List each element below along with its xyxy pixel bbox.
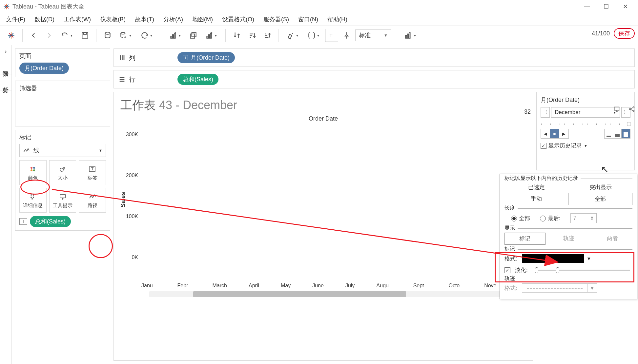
speed-fast-button[interactable] (622, 129, 630, 138)
speed-med-button[interactable] (613, 129, 622, 138)
window-close-button[interactable]: ✕ (616, 0, 635, 13)
marks-color-cell[interactable]: 颜色 (19, 160, 47, 185)
new-worksheet-button[interactable]: ▼ (166, 29, 185, 42)
history-fade-slider[interactable] (535, 270, 630, 271)
history-fade-checkbox[interactable]: ✓ (504, 267, 510, 273)
menu-server[interactable]: 服务器(S) (263, 15, 289, 23)
marks-path-cell[interactable]: 路径 (79, 188, 106, 213)
menu-story[interactable]: 故事(T) (135, 15, 154, 23)
menu-dashboard[interactable]: 仪表板(B) (100, 15, 126, 23)
auto-update-button[interactable]: ▼ (137, 29, 156, 42)
menu-analysis[interactable]: 分析(A) (163, 15, 183, 23)
rows-icon (118, 76, 126, 83)
pages-pill[interactable]: 月(Order Date) (19, 63, 69, 74)
play-forward-button[interactable]: ▶ (559, 129, 568, 138)
save-pill-button[interactable]: 保存 (614, 28, 635, 39)
caret-down-icon[interactable]: ▼ (584, 144, 587, 148)
history-popup: 标记以显示以下内容的历史记录 已选定 突出显示 手动 全部 长度 全部 最后: … (500, 174, 637, 299)
window-maximize-button[interactable]: ☐ (597, 0, 616, 13)
mark-type-select[interactable]: 线 ▼ (19, 144, 106, 157)
undo-button[interactable] (27, 29, 40, 42)
sheet-title[interactable]: 工作表 43 - December (120, 97, 526, 113)
pin-button[interactable] (340, 29, 353, 42)
svg-rect-40 (120, 79, 125, 80)
svg-point-33 (33, 197, 34, 198)
horizontal-scrollbar[interactable] (149, 291, 516, 297)
history-trails-style-dropdown[interactable]: ▾ (587, 283, 597, 293)
menu-window[interactable]: 窗口(N) (298, 15, 318, 23)
tableau-home-icon[interactable] (5, 29, 18, 42)
expand-sidebar-button[interactable]: › (0, 45, 11, 58)
history-trails-format-label: 格式: (504, 284, 517, 292)
save-button[interactable] (78, 29, 92, 42)
history-marks-color-dropdown[interactable]: ▾ (584, 254, 594, 263)
marks-size-cell[interactable]: 大小 (49, 160, 76, 185)
duplicate-sheet-button[interactable] (187, 29, 200, 42)
history-tab-selected[interactable]: 已选定 (504, 182, 568, 193)
sort-desc-button[interactable] (260, 29, 274, 42)
svg-point-45 (633, 110, 634, 112)
undo-history-button[interactable]: ▼ (57, 29, 76, 42)
svg-rect-36 (120, 55, 121, 60)
show-labels-button[interactable]: T (325, 29, 338, 42)
history-length-last-input[interactable]: 7▲▼ (570, 213, 597, 223)
menu-format[interactable]: 设置格式(O) (222, 15, 254, 23)
history-show-trails[interactable]: 轨迹 (549, 233, 589, 245)
page-prev-button[interactable]: 〈 (541, 107, 550, 118)
refresh-datasource-button[interactable]: ▼ (116, 29, 135, 42)
show-history-checkbox[interactable]: ✓ (541, 143, 546, 149)
menu-map[interactable]: 地图(M) (192, 15, 213, 23)
color-icon (29, 164, 37, 174)
history-show-marks[interactable]: 标记 (504, 233, 545, 245)
svg-point-31 (33, 194, 34, 196)
page-slider[interactable] (541, 124, 630, 125)
menu-data[interactable]: 数据(D) (34, 15, 54, 23)
history-marks-color-swatch[interactable] (522, 254, 584, 263)
scrollbar-thumb[interactable] (193, 291, 406, 297)
rows-pill[interactable]: 总和(Sales) (177, 74, 218, 85)
play-back-button[interactable]: ◀ (541, 129, 550, 138)
new-datasource-button[interactable] (101, 29, 114, 42)
rows-shelf[interactable]: 行 总和(Sales) (113, 70, 635, 88)
slider-knob[interactable] (627, 122, 631, 126)
history-tab-highlighted[interactable]: 突出显示 (568, 182, 632, 193)
svg-rect-38 (124, 55, 125, 60)
highlight-button[interactable]: ▼ (283, 29, 302, 42)
columns-pill[interactable]: +月(Order Date) (177, 52, 235, 63)
page-value-select[interactable]: December▼ (551, 107, 620, 118)
window-minimize-button[interactable]: — (578, 0, 597, 13)
clear-sheet-button[interactable]: ▼ (202, 29, 221, 42)
side-tab-data[interactable]: 数据 (0, 58, 11, 74)
pause-button[interactable]: ■ (550, 129, 559, 138)
marks-tooltip-cell[interactable]: 工具提示 (49, 188, 76, 213)
speed-slow-button[interactable] (605, 129, 613, 138)
svg-rect-9 (84, 32, 87, 34)
redo-button[interactable] (42, 29, 55, 42)
history-length-all-radio[interactable]: 全部 (511, 215, 530, 222)
svg-rect-13 (173, 35, 174, 38)
presentation-icon[interactable] (612, 105, 621, 113)
history-tab-all[interactable]: 全部 (568, 193, 632, 205)
tableau-logo-icon (3, 3, 10, 10)
menu-worksheet[interactable]: 工作表(W) (64, 15, 91, 23)
svg-rect-23 (409, 32, 410, 38)
share-icon[interactable] (628, 105, 636, 113)
marks-measure-pill[interactable]: 总和(Sales) (30, 216, 71, 227)
menu-file[interactable]: 文件(F) (6, 15, 25, 23)
history-show-both[interactable]: 两者 (592, 233, 632, 245)
cursor-icon: ↖ (601, 164, 608, 175)
sort-asc-button[interactable] (245, 29, 258, 42)
side-tab-analytics[interactable]: 分析 (0, 74, 11, 90)
show-me-button[interactable]: ▼ (401, 29, 420, 42)
history-tab-manual[interactable]: 手动 (504, 193, 568, 205)
history-length-last-radio[interactable]: 最后: (540, 215, 561, 222)
group-button[interactable]: ▼ (304, 29, 323, 42)
menu-help[interactable]: 帮助(H) (327, 15, 347, 23)
swap-rows-cols-button[interactable] (230, 29, 243, 42)
chart-area[interactable]: 300K 200K 100K 0K (140, 125, 526, 283)
history-trails-style[interactable] (522, 283, 587, 293)
marks-detail-cell[interactable]: 详细信息 (19, 188, 47, 213)
columns-shelf[interactable]: 列 +月(Order Date) (113, 48, 635, 67)
fit-mode-select[interactable]: 标准 ▼ (355, 29, 391, 41)
marks-label-cell[interactable]: T标签 (79, 160, 106, 185)
